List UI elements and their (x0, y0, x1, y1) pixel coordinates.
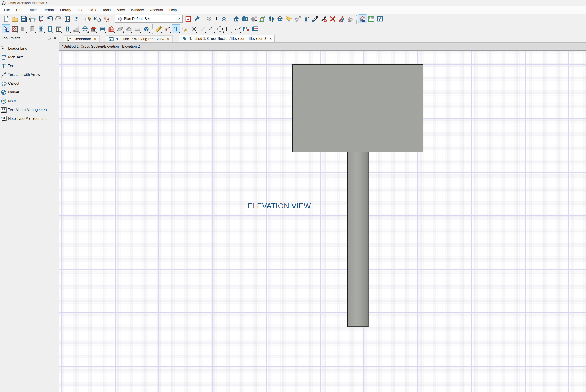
menu-build[interactable]: Build (26, 6, 40, 14)
default-settings-button[interactable] (192, 14, 201, 23)
help-button[interactable]: ? (72, 14, 81, 23)
curved-wall-button[interactable] (28, 24, 37, 33)
menu-help[interactable]: Help (166, 6, 180, 14)
text-with-arrow-button[interactable]: A (163, 24, 172, 33)
tile-windows-button[interactable] (376, 14, 384, 23)
file-group: P? (1, 14, 81, 24)
palette-item-callout[interactable]: CCallout (0, 79, 59, 88)
menu-tools[interactable]: Tools (99, 6, 114, 14)
draw-arc-button[interactable] (207, 24, 216, 33)
hinged-door-button[interactable] (37, 24, 46, 33)
new-plan-button[interactable] (2, 14, 10, 23)
refresh-camera-view-button[interactable] (93, 14, 102, 23)
mouse-orbit-camera-button[interactable] (249, 14, 258, 23)
cross-box-button[interactable] (189, 24, 198, 33)
palette-item-rich-text[interactable]: TRich Text (0, 53, 59, 62)
palette-item-leader-line[interactable]: Leader Line (0, 44, 59, 53)
auto-roof-button[interactable] (89, 24, 98, 33)
drawing-canvas[interactable]: ELEVATION VIEW (59, 51, 586, 392)
perspective-camera-button[interactable] (241, 14, 249, 23)
palette-item-text[interactable]: TText (0, 62, 59, 70)
gable-roof-button[interactable] (124, 24, 133, 33)
menu-library[interactable]: Library (57, 6, 74, 14)
cross-section-elevation-button[interactable] (358, 14, 367, 23)
elevation-sign-board-shape[interactable] (292, 64, 423, 152)
float-panel-button[interactable] (47, 36, 52, 41)
full-camera-button[interactable] (232, 14, 241, 23)
draw-line-button[interactable] (198, 24, 207, 33)
view-tab-dashboard-page[interactable]: Dashboard✕ (64, 36, 100, 42)
straight-stairs-button[interactable] (72, 24, 81, 33)
auto-dormer-button[interactable] (81, 24, 89, 33)
build-framing-button[interactable] (107, 24, 116, 33)
draw-circle-button[interactable] (216, 24, 224, 33)
toggle-sunlight-button[interactable] (284, 14, 293, 23)
straight-railing-button[interactable] (19, 24, 28, 33)
active-defaults-button[interactable] (184, 14, 192, 23)
text-button[interactable]: T (172, 24, 181, 33)
edit-active-view-button[interactable] (84, 14, 93, 23)
delete-3d-surface-button[interactable] (328, 14, 337, 23)
window-button[interactable] (46, 24, 54, 33)
menu-window[interactable]: Window (128, 6, 147, 14)
redo-button[interactable] (54, 14, 63, 23)
doorway-button[interactable] (63, 24, 72, 33)
tab-close-icon[interactable]: ✕ (93, 37, 97, 41)
view-tab-plan-view[interactable]: *Untitled 1: Working Plan View✕ (106, 36, 173, 42)
open-plan-button[interactable] (10, 14, 19, 23)
view-tab-elevation-house[interactable]: *Untitled 1: Cross Section/Elevation - E… (179, 34, 275, 42)
undo-button[interactable] (46, 14, 54, 23)
rebuild-3d-button[interactable]: H (102, 14, 110, 23)
adjust-lights-button[interactable] (293, 14, 302, 23)
draw-spline-button[interactable] (233, 24, 242, 33)
palette-item-text-macro-management[interactable]: TText Macro Management (0, 105, 59, 114)
elevation-sign-post-shape[interactable] (347, 152, 369, 327)
bay-window-button[interactable] (98, 24, 107, 33)
elevation-view-annotation[interactable]: ELEVATION VIEW (248, 202, 311, 210)
object-eyedropper-button[interactable] (319, 14, 328, 23)
select-objects-button[interactable] (2, 24, 10, 33)
menu-account[interactable]: Account (147, 6, 166, 14)
down-one-floor-button[interactable] (205, 14, 214, 23)
draw-rectangle-button[interactable] (224, 24, 233, 33)
svg-text:A: A (164, 27, 168, 32)
palette-item-marker[interactable]: Marker (0, 88, 59, 96)
menu-cad[interactable]: CAD (85, 6, 99, 14)
save-plan-button[interactable] (19, 14, 28, 23)
project-browser-button[interactable]: P (63, 14, 72, 23)
menu-terrain[interactable]: Terrain (40, 6, 57, 14)
color-eyedropper-button[interactable] (311, 14, 319, 23)
roof-plane-button[interactable] (116, 24, 124, 33)
palette-item-text-line-with-arrow[interactable]: Text Line with Arrow (0, 70, 59, 79)
palette-item-note-type-management[interactable]: NNote Type Management (0, 114, 59, 123)
cad-detail-button[interactable]: CAD (251, 24, 259, 33)
picture-backdrop-button[interactable] (367, 14, 376, 23)
tab-close-icon[interactable]: ✕ (166, 37, 170, 41)
layers-wrench-icon (117, 16, 123, 22)
remodel-3d-button[interactable] (258, 14, 267, 23)
doll-house-view-button[interactable] (276, 14, 284, 23)
dimension-button[interactable] (154, 24, 163, 33)
default-set-dropdown[interactable]: Plan Default Set (115, 15, 183, 23)
menu-view[interactable]: View (114, 6, 128, 14)
soffit-button[interactable] (133, 24, 142, 33)
base-cabinet-button[interactable] (54, 24, 63, 33)
sketch-mask-button[interactable] (181, 24, 189, 33)
print-button[interactable] (28, 14, 37, 23)
cad-text-tools-button[interactable]: A (242, 24, 251, 33)
walkthrough-button[interactable] (267, 14, 276, 23)
material-blade-button[interactable] (337, 14, 346, 23)
menu-3d[interactable]: 3D (74, 6, 85, 14)
up-one-floor-button[interactable] (219, 14, 228, 23)
spray-material-button[interactable] (302, 14, 311, 23)
palette-item-note[interactable]: NNote (0, 96, 59, 105)
fan-deck-button[interactable] (346, 14, 354, 23)
tab-close-icon[interactable]: ✕ (268, 36, 272, 41)
straight-wall-button[interactable] (10, 24, 19, 33)
export-view-button[interactable] (37, 14, 46, 23)
work-area: Dashboard✕*Untitled 1: Working Plan View… (59, 34, 586, 392)
primitive-box-button[interactable] (142, 24, 151, 33)
close-panel-button[interactable] (52, 36, 58, 41)
menu-file[interactable]: File (1, 6, 13, 14)
menu-edit[interactable]: Edit (13, 6, 26, 14)
